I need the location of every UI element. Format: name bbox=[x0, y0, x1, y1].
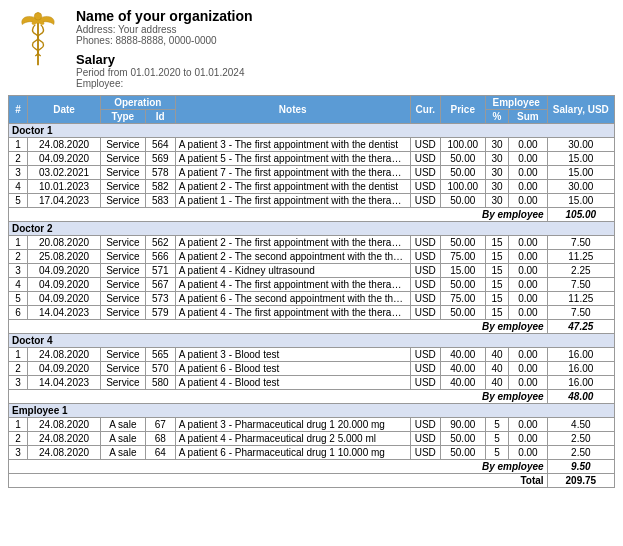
table-cell: A sale bbox=[100, 418, 145, 432]
table-cell: 15.00 bbox=[547, 166, 614, 180]
table-cell: 04.09.2020 bbox=[28, 292, 101, 306]
table-cell: 24.08.2020 bbox=[28, 446, 101, 460]
table-cell: 40 bbox=[485, 362, 509, 376]
table-cell: 3 bbox=[9, 446, 28, 460]
table-cell: USD bbox=[410, 278, 440, 292]
table-cell: 2.25 bbox=[547, 264, 614, 278]
table-cell: 67 bbox=[145, 418, 175, 432]
table-cell: 7.50 bbox=[547, 278, 614, 292]
table-cell: 15.00 bbox=[547, 194, 614, 208]
table-cell: 580 bbox=[145, 376, 175, 390]
table-cell: 0.00 bbox=[509, 306, 547, 320]
table-cell: Service bbox=[100, 236, 145, 250]
table-cell: A patient 2 - The first appointment with… bbox=[175, 180, 410, 194]
table-cell: 7.50 bbox=[547, 236, 614, 250]
by-employee-row: By employee9.50 bbox=[9, 460, 615, 474]
by-employee-label: By employee bbox=[9, 208, 548, 222]
table-cell: 4.50 bbox=[547, 418, 614, 432]
table-cell: 40.00 bbox=[440, 362, 485, 376]
table-row: 404.09.2020Service567A patient 4 - The f… bbox=[9, 278, 615, 292]
col-header-sum: Sum bbox=[509, 110, 547, 124]
table-cell: 7.50 bbox=[547, 306, 614, 320]
table-cell: 50.00 bbox=[440, 278, 485, 292]
table-cell: A patient 4 - Pharmaceutical drug 2 5.00… bbox=[175, 432, 410, 446]
table-cell: A patient 7 - The first appointment with… bbox=[175, 166, 410, 180]
table-cell: 0.00 bbox=[509, 362, 547, 376]
table-cell: A patient 3 - Blood test bbox=[175, 348, 410, 362]
table-cell: 14.04.2023 bbox=[28, 376, 101, 390]
table-cell: 24.08.2020 bbox=[28, 348, 101, 362]
table-cell: A patient 6 - Pharmaceutical drug 1 10.0… bbox=[175, 446, 410, 460]
table-cell: 583 bbox=[145, 194, 175, 208]
table-cell: 0.00 bbox=[509, 180, 547, 194]
table-row: 124.08.2020Service565A patient 3 - Blood… bbox=[9, 348, 615, 362]
table-row: 304.09.2020Service571A patient 4 - Kidne… bbox=[9, 264, 615, 278]
table-cell: 571 bbox=[145, 264, 175, 278]
table-cell: Service bbox=[100, 278, 145, 292]
address: Address: Your address bbox=[76, 24, 253, 35]
table-cell: 2 bbox=[9, 362, 28, 376]
table-cell: USD bbox=[410, 446, 440, 460]
table-cell: Service bbox=[100, 166, 145, 180]
col-header-type: Type bbox=[100, 110, 145, 124]
table-cell: 50.00 bbox=[440, 446, 485, 460]
table-cell: 2 bbox=[9, 152, 28, 166]
table-cell: USD bbox=[410, 166, 440, 180]
table-cell: 4 bbox=[9, 180, 28, 194]
total-value: 209.75 bbox=[547, 474, 614, 488]
col-header-pct: % bbox=[485, 110, 509, 124]
table-cell: 16.00 bbox=[547, 348, 614, 362]
table-cell: A sale bbox=[100, 432, 145, 446]
table-cell: USD bbox=[410, 306, 440, 320]
table-cell: USD bbox=[410, 236, 440, 250]
table-cell: 578 bbox=[145, 166, 175, 180]
table-cell: 1 bbox=[9, 236, 28, 250]
group-header-row: Doctor 1 bbox=[9, 124, 615, 138]
table-cell: 569 bbox=[145, 152, 175, 166]
table-cell: 30 bbox=[485, 180, 509, 194]
phones: Phones: 8888-8888, 0000-0000 bbox=[76, 35, 253, 46]
table-cell: 0.00 bbox=[509, 432, 547, 446]
table-cell: 3 bbox=[9, 376, 28, 390]
group-name: Doctor 4 bbox=[9, 334, 615, 348]
table-cell: 2.50 bbox=[547, 446, 614, 460]
table-cell: 0.00 bbox=[509, 138, 547, 152]
table-cell: 16.00 bbox=[547, 362, 614, 376]
table-cell: 3 bbox=[9, 264, 28, 278]
table-cell: 579 bbox=[145, 306, 175, 320]
table-cell: 25.08.2020 bbox=[28, 250, 101, 264]
logo-area bbox=[8, 8, 68, 68]
table-cell: 0.00 bbox=[509, 418, 547, 432]
table-cell: USD bbox=[410, 348, 440, 362]
table-cell: 566 bbox=[145, 250, 175, 264]
table-row: 303.02.2021Service578A patient 7 - The f… bbox=[9, 166, 615, 180]
table-cell: 11.25 bbox=[547, 250, 614, 264]
table-cell: USD bbox=[410, 180, 440, 194]
period: Period from 01.01.2020 to 01.01.2024 bbox=[76, 67, 253, 78]
table-cell: Service bbox=[100, 292, 145, 306]
col-header-employee: Employee bbox=[485, 96, 547, 110]
table-cell: 6 bbox=[9, 306, 28, 320]
table-cell: 50.00 bbox=[440, 194, 485, 208]
table-cell: USD bbox=[410, 264, 440, 278]
table-cell: 5 bbox=[9, 292, 28, 306]
group-header-row: Employee 1 bbox=[9, 404, 615, 418]
salary-title: Salary bbox=[76, 52, 253, 67]
table-cell: 11.25 bbox=[547, 292, 614, 306]
table-cell: 15.00 bbox=[440, 264, 485, 278]
table-row: 504.09.2020Service573A patient 6 - The s… bbox=[9, 292, 615, 306]
table-cell: A patient 1 - The first appointment with… bbox=[175, 194, 410, 208]
total-label: Total bbox=[9, 474, 548, 488]
table-cell: 582 bbox=[145, 180, 175, 194]
table-cell: 17.04.2023 bbox=[28, 194, 101, 208]
by-employee-row: By employee47.25 bbox=[9, 320, 615, 334]
by-employee-row: By employee105.00 bbox=[9, 208, 615, 222]
by-employee-label: By employee bbox=[9, 390, 548, 404]
group-name: Doctor 1 bbox=[9, 124, 615, 138]
col-header-salary: Salary, USD bbox=[547, 96, 614, 124]
table-cell: 30 bbox=[485, 138, 509, 152]
table-cell: Service bbox=[100, 138, 145, 152]
table-cell: 564 bbox=[145, 138, 175, 152]
table-cell: A patient 4 - Kidney ultrasound bbox=[175, 264, 410, 278]
org-name: Name of your organization bbox=[76, 8, 253, 24]
